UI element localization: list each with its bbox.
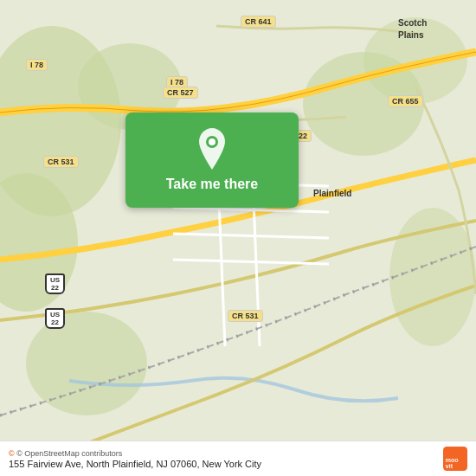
- osm-icon: ©: [9, 449, 15, 458]
- address-text: 155 Fairview Ave, North Plainfield, NJ 0…: [9, 459, 261, 469]
- moovit-logo: moo vit: [443, 447, 467, 471]
- svg-text:vit: vit: [446, 463, 453, 469]
- svg-point-9: [209, 138, 215, 145]
- moovit-icon: moo vit: [443, 447, 467, 471]
- map-background: [0, 0, 476, 476]
- road-label-cr527: CR 527: [163, 87, 198, 99]
- road-label-cr655: CR 655: [388, 95, 423, 107]
- place-label-scotch-plains: ScotchPlains: [398, 17, 427, 42]
- svg-point-6: [26, 312, 147, 415]
- road-label-i78-left: I 78: [26, 59, 48, 71]
- cta-label: Take me there: [166, 177, 258, 192]
- osm-credit: © © OpenStreetMap contributors: [9, 449, 261, 458]
- location-pin-icon: [195, 128, 229, 170]
- osm-text: © OpenStreetMap contributors: [16, 449, 122, 458]
- road-label-cr531-bottom: CR 531: [228, 310, 263, 322]
- bottom-bar: © © OpenStreetMap contributors 155 Fairv…: [0, 441, 476, 476]
- bottom-info: © © OpenStreetMap contributors 155 Fairv…: [9, 449, 261, 469]
- road-label-cr531-left: CR 531: [43, 156, 79, 168]
- svg-text:moo: moo: [446, 457, 459, 463]
- place-label-plainfield: Plainfield: [313, 189, 351, 198]
- road-label-cr641: CR 641: [241, 16, 276, 28]
- take-me-there-button[interactable]: Take me there: [125, 113, 299, 208]
- map-container: CR 641 I 78 I 78 CR 527 22 CR 531 CR 655…: [0, 0, 476, 476]
- road-label-us22-2: US22: [45, 308, 65, 329]
- road-label-us22-1: US22: [45, 273, 65, 294]
